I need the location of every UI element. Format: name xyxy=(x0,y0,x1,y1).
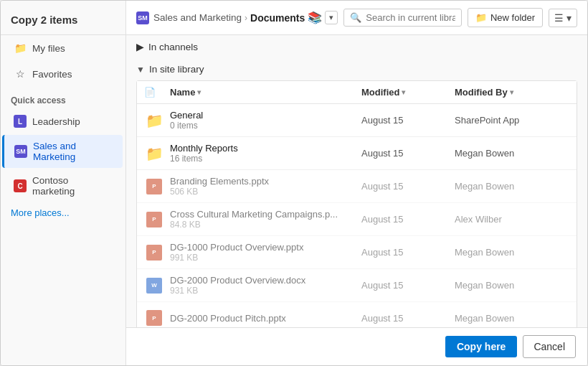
table-row[interactable]: 📁 General 0 items August 15 SharePoint A… xyxy=(137,104,577,137)
modified-date: August 15 xyxy=(361,148,455,159)
file-name: General xyxy=(170,110,361,121)
file-sub: 991 KB xyxy=(170,253,361,263)
table-row[interactable]: P Branding Elements.pptx 506 KB August 1… xyxy=(137,170,577,203)
pptx-icon: P xyxy=(144,177,164,197)
folder-dropdown-button[interactable]: ▾ xyxy=(325,11,338,24)
quick-access-label: Quick access xyxy=(1,87,125,108)
in-site-caret: ▼ xyxy=(136,65,145,75)
contoso-icon: C xyxy=(14,179,27,192)
sidebar-item-contoso[interactable]: C Contoso marketing xyxy=(4,169,123,202)
file-name-cell: Cross Cultural Marketing Campaigns.p... … xyxy=(170,209,361,230)
modified-by: Megan Bowen xyxy=(455,280,569,291)
current-folder: Documents xyxy=(250,12,305,24)
table-row[interactable]: P DG-1000 Product Overview.pptx 991 KB A… xyxy=(137,236,577,269)
file-name-cell: DG-2000 Product Overview.docx 931 KB xyxy=(170,275,361,296)
left-panel: Copy 2 items 📁 My files ☆ Favorites Quic… xyxy=(1,1,126,365)
file-name-cell: Branding Elements.pptx 506 KB xyxy=(170,176,361,197)
site-name: Sales and Marketing xyxy=(153,12,242,23)
file-name: DG-2000 Product Pitch.pptx xyxy=(170,313,361,324)
col-modified-by-label: Modified By xyxy=(455,87,508,98)
breadcrumb: SM Sales and Marketing › Documents 📚 ▾ xyxy=(136,11,338,24)
modified-date: August 15 xyxy=(361,181,455,192)
table-row[interactable]: W DG-2000 Product Overview.docx 931 KB A… xyxy=(137,269,577,302)
in-channels-row[interactable]: ▶ In channels xyxy=(126,35,587,58)
file-sub: 931 KB xyxy=(170,286,361,296)
new-folder-button[interactable]: 📁 New folder xyxy=(468,8,543,27)
modified-by: SharePoint App xyxy=(455,115,569,126)
modified-by: Megan Bowen xyxy=(455,181,569,192)
folder-icon: 📁 xyxy=(144,111,164,131)
menu-button[interactable]: ☰ ▾ xyxy=(549,9,577,27)
search-input[interactable] xyxy=(366,12,455,23)
more-places-link[interactable]: More places... xyxy=(1,203,125,222)
col-name[interactable]: Name ▾ xyxy=(170,87,361,98)
modified-date: August 15 xyxy=(361,214,455,225)
favorites-icon: ☆ xyxy=(14,67,27,80)
dialog-footer: Copy here Cancel xyxy=(126,327,587,365)
modified-by: Megan Bowen xyxy=(455,247,569,258)
file-sub: 84.8 KB xyxy=(170,220,361,230)
modified-by: Alex Wilber xyxy=(455,214,569,225)
modified-sort-icon: ▾ xyxy=(402,88,405,96)
my-files-icon: 📁 xyxy=(14,42,27,55)
modified-by-sort-icon: ▾ xyxy=(510,88,513,96)
nav-favorites[interactable]: ☆ Favorites xyxy=(4,62,123,86)
file-name: DG-1000 Product Overview.pptx xyxy=(170,242,361,253)
col-modified[interactable]: Modified ▾ xyxy=(361,87,455,98)
table-row[interactable]: P Cross Cultural Marketing Campaigns.p..… xyxy=(137,203,577,236)
sidebar-item-leadership-label: Leadership xyxy=(32,116,80,127)
table-row[interactable]: 📁 Monthly Reports 16 items August 15 Meg… xyxy=(137,137,577,170)
file-list: 📄 Name ▾ Modified ▾ Modified By ▾ xyxy=(136,80,577,334)
nav-my-files[interactable]: 📁 My files xyxy=(4,36,123,60)
file-name-cell: DG-1000 Product Overview.pptx 991 KB xyxy=(170,242,361,263)
file-name-cell: Monthly Reports 16 items xyxy=(170,143,361,164)
search-box: 🔍 xyxy=(343,9,462,27)
file-name-cell: DG-2000 Product Pitch.pptx xyxy=(170,313,361,324)
cancel-button[interactable]: Cancel xyxy=(523,335,576,358)
pptx-icon: P xyxy=(144,210,164,230)
sidebar-item-leadership[interactable]: L Leadership xyxy=(4,109,123,133)
sidebar-item-contoso-label: Contoso marketing xyxy=(32,175,113,197)
documents-icon: 📚 xyxy=(308,11,322,24)
new-folder-icon: 📁 xyxy=(475,12,487,23)
file-sub: 16 items xyxy=(170,154,361,164)
dialog-title: Copy 2 items xyxy=(1,8,125,35)
copy-dialog: Copy 2 items 📁 My files ☆ Favorites Quic… xyxy=(0,0,588,366)
copy-here-button[interactable]: Copy here xyxy=(445,336,517,357)
search-icon: 🔍 xyxy=(350,12,361,23)
file-type-icon: 📄 xyxy=(144,87,156,98)
menu-icon: ☰ ▾ xyxy=(554,12,572,24)
name-sort-icon: ▾ xyxy=(197,88,201,96)
pptx-icon: P xyxy=(144,308,164,328)
in-channels-caret: ▶ xyxy=(136,41,144,52)
modified-date: August 15 xyxy=(361,313,455,324)
new-folder-label: New folder xyxy=(490,12,535,23)
col-name-label: Name xyxy=(170,87,195,98)
file-name: Branding Elements.pptx xyxy=(170,176,361,187)
in-channels-label: In channels xyxy=(148,42,198,52)
file-name: Cross Cultural Marketing Campaigns.p... xyxy=(170,209,361,220)
pptx-icon: P xyxy=(144,243,164,263)
col-icon: 📄 xyxy=(144,87,170,98)
in-site-label: In site library xyxy=(149,64,204,75)
breadcrumb-chevron: › xyxy=(245,13,247,23)
leadership-icon: L xyxy=(14,115,27,128)
file-name-cell: General 0 items xyxy=(170,110,361,131)
nav-favorites-label: Favorites xyxy=(32,69,72,80)
in-site-library-row[interactable]: ▼ In site library xyxy=(126,58,587,80)
sidebar-item-sales-marketing[interactable]: SM Sales and Marketing xyxy=(2,135,123,168)
file-sub: 506 KB xyxy=(170,187,361,197)
right-content: ▶ In channels ▼ In site library 📄 Name ▾ xyxy=(126,35,587,365)
file-sub: 0 items xyxy=(170,121,361,131)
sidebar-item-sales-marketing-label: Sales and Marketing xyxy=(33,141,113,162)
modified-date: August 15 xyxy=(361,280,455,291)
chevron-down-icon: ▾ xyxy=(329,13,333,22)
col-modified-label: Modified xyxy=(361,87,399,98)
modified-date: August 15 xyxy=(361,115,455,126)
col-modified-by[interactable]: Modified By ▾ xyxy=(455,87,569,98)
right-panel: SM Sales and Marketing › Documents 📚 ▾ 🔍… xyxy=(126,1,587,365)
nav-my-files-label: My files xyxy=(32,43,65,54)
modified-by: Megan Bowen xyxy=(455,313,569,324)
file-name: Monthly Reports xyxy=(170,143,361,154)
right-header: SM Sales and Marketing › Documents 📚 ▾ 🔍… xyxy=(126,1,587,35)
